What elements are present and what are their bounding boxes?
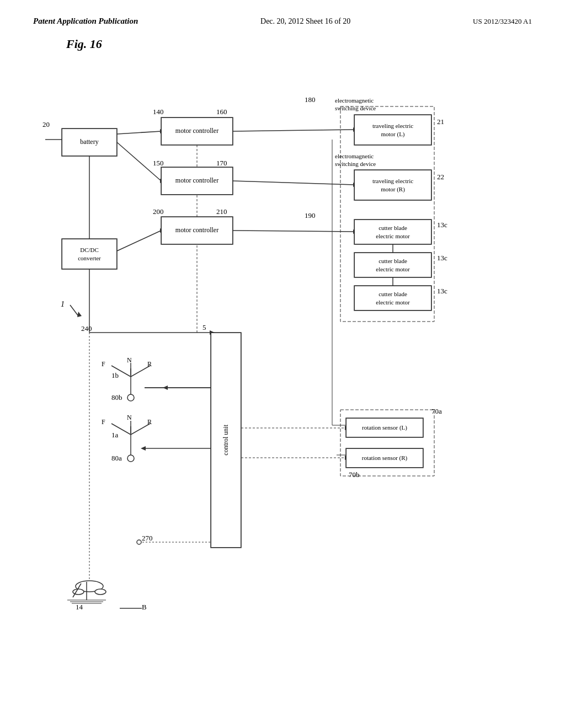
label-150: 150 [153,159,164,168]
em-switch-2: electromagneticswitching device [335,152,376,168]
fig-title: Fig. 16 [66,37,532,51]
svg-point-67 [137,540,141,544]
label-1b: 1b [111,371,119,381]
label-21: 21 [437,117,444,127]
label-190: 190 [305,211,316,221]
label-200: 200 [153,207,164,217]
label-F-bot: F [102,418,105,427]
svg-point-59 [95,589,106,595]
label-180: 180 [305,95,316,105]
cutter-blade-2: cutter bladeelectric motor [354,253,431,277]
motor-controller-170: motor controller [161,167,233,195]
svg-line-20 [117,231,161,251]
label-210: 210 [216,207,227,217]
label-B: B [142,603,147,612]
cutter-blade-1: cutter bladeelectric motor [354,220,431,244]
label-80b: 80b [111,393,122,403]
svg-line-16 [117,131,161,134]
label-160: 160 [216,108,227,117]
header-left: Patent Application Publication [33,17,138,26]
label-N-bot: N [127,414,132,422]
traveling-motor-l: traveling electricmotor (L) [354,115,431,145]
label-20: 20 [42,120,50,130]
motor-controller-160: motor controller [161,117,233,145]
cutter-blade-3: cutter bladeelectric motor [354,286,431,311]
svg-line-26 [233,231,354,232]
rotation-sensor-r: rotation sensor (R) [346,448,423,468]
label-13c-3: 13c [437,287,447,296]
svg-marker-70 [77,312,82,317]
svg-line-69 [70,305,78,316]
label-140: 140 [153,108,164,117]
svg-line-22 [233,130,354,131]
page: Patent Application Publication Dec. 20, … [0,0,565,728]
label-270: 270 [142,534,153,543]
diagram-area: battery motor controller motor controlle… [34,62,531,669]
traveling-motor-r: traveling electricmotor (R) [354,170,431,200]
label-22: 22 [437,173,444,182]
svg-line-24 [233,181,354,185]
svg-marker-42 [141,446,146,451]
svg-point-57 [76,581,103,592]
label-13c-1: 13c [437,221,447,230]
label-F-top: F [102,360,105,369]
dcdc-converter: DC/DCconverter [62,239,117,269]
label-80a: 80a [111,454,122,463]
label-N-top: N [127,356,132,365]
svg-point-58 [73,589,84,595]
label-1a: 1a [111,431,118,440]
label-13c-2: 13c [437,254,447,263]
svg-marker-39 [163,386,168,390]
label-70b: 70b [349,470,360,480]
label-5: 5 [202,323,206,333]
label-240: 240 [81,324,92,334]
svg-line-60 [73,584,81,597]
label-70a: 70a [431,407,442,416]
label-14: 14 [76,603,83,612]
label-170: 170 [216,159,227,168]
control-unit: control unit [211,333,241,548]
battery-box: battery [62,129,117,156]
label-1: 1 [61,299,65,309]
rotation-sensor-l: rotation sensor (L) [346,418,423,437]
svg-point-44 [127,394,134,401]
header: Patent Application Publication Dec. 20, … [33,17,532,26]
svg-point-49 [127,455,134,462]
motor-controller-210: motor controller [161,217,233,244]
header-right: US 2012/323420 A1 [473,17,532,26]
em-switch-1: electromagneticswitching device [335,97,376,113]
label-R-top: R [147,360,152,369]
label-R-bot: R [147,418,152,427]
header-center: Dec. 20, 2012 Sheet 16 of 20 [260,17,350,26]
